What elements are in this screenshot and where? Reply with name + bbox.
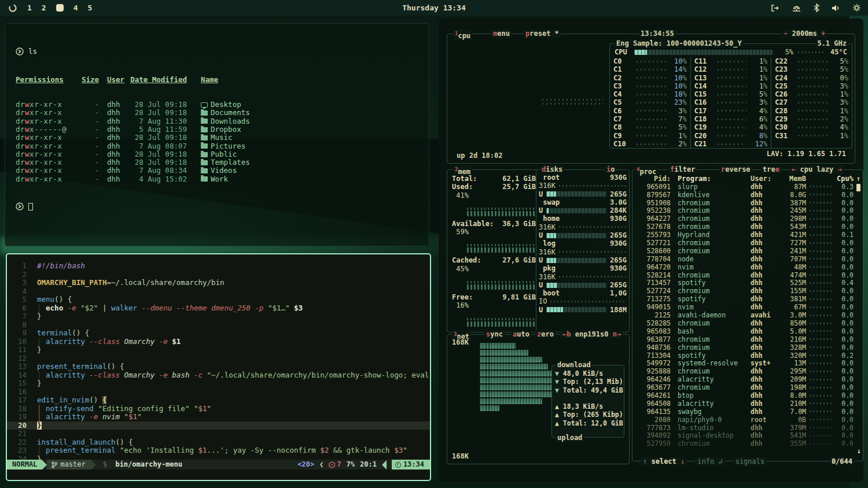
scroll-up-indicator[interactable]: ↑ xyxy=(854,175,860,183)
process-row[interactable]: 528285chromiumdhh850M0.0 xyxy=(632,319,863,327)
interval-control[interactable]: - 2000ms + xyxy=(782,29,827,38)
select-control[interactable]: ↑ select ↓ xyxy=(641,457,687,465)
ls-row[interactable]: drwxr-xr-x-dhh7 Aug 08:34Videos xyxy=(16,167,429,175)
ls-row[interactable]: drwxr-xr-x-dhh7 Aug 08:07Pictures xyxy=(16,142,429,150)
editor-line[interactable]: 17edit_in_nvim() { xyxy=(7,396,430,405)
process-row[interactable]: 713304spotifydhh320M0.2 xyxy=(632,352,863,360)
process-row[interactable]: 549972systemd-resolvesyst+13M0.0 xyxy=(632,360,863,368)
editor-line[interactable]: 19│ alacritty -e nvim "$1" xyxy=(7,413,430,422)
editor-line[interactable]: 9terminal() { xyxy=(7,329,430,338)
proc-scrollbar-thumb[interactable] xyxy=(856,184,860,191)
process-cpu-graph xyxy=(810,282,832,284)
process-row[interactable]: 948736chromiumdhh328M0.0 xyxy=(632,343,863,352)
git-branch-segment[interactable]: master xyxy=(47,460,91,469)
process-row[interactable]: 394092signal-desktopdhh541M0.0 xyxy=(632,432,863,440)
editor-window[interactable]: 1#!/bin/bash23OMARCHY_BIN_PATH=~/.local/… xyxy=(6,253,431,481)
info-control[interactable]: info ↲ xyxy=(695,457,724,465)
sort-column-selector[interactable]: ← cpu lazy → xyxy=(790,165,844,173)
process-row[interactable]: 963677chromiumdhh198M0.0 xyxy=(632,383,863,391)
process-row[interactable]: 925888chromiumdhh295M0.0 xyxy=(632,367,863,375)
process-row[interactable]: 2125avahi-daemonavahi3.0M0.0 xyxy=(632,311,863,319)
editor-line[interactable]: 6│ echo -e "$2" | walker --dmenu --theme… xyxy=(7,304,430,313)
process-row[interactable]: 527950chromiumdhh355M0.0 xyxy=(632,440,863,448)
bluetooth-icon[interactable] xyxy=(814,3,819,12)
process-row[interactable]: 778704nodedhh707M0.0 xyxy=(632,255,863,263)
terminal-window[interactable]: ls PermissionsSizeUserDate ModifiedName … xyxy=(5,23,429,246)
process-row[interactable]: 964720nvimdhh48M0.0 xyxy=(632,263,863,271)
process-row[interactable]: 713275spotifydhh381M0.0 xyxy=(632,295,863,303)
process-row[interactable]: 2080napi/phy0-0root0B0.0 xyxy=(632,416,863,424)
network-icon[interactable] xyxy=(792,4,801,12)
process-row[interactable]: 879567kdenlivedhh8.0G0.0 xyxy=(632,191,863,199)
core-percent: 3% xyxy=(670,107,687,115)
btop-window[interactable]: 1cpu menu preset * 13:34:55 - 2000ms + u… xyxy=(439,19,863,482)
proc-tab[interactable]: 4proc xyxy=(635,165,658,176)
editor-line[interactable]: 1#!/bin/bash xyxy=(7,262,430,271)
ls-row[interactable]: drwxr-xr-x-dhh28 Jul 09:18Templates xyxy=(16,158,429,167)
process-row[interactable]: 965091slurpdhh87M0.3 xyxy=(632,183,863,191)
process-row[interactable]: 527678chromiumdhh543M0.0 xyxy=(632,223,863,231)
tree-tab[interactable]: tree xyxy=(761,165,781,173)
process-row[interactable]: 527721chromiumdhh727M0.0 xyxy=(632,239,863,247)
editor-line[interactable]: 15} xyxy=(7,379,430,388)
process-row[interactable]: 951908chromiumdhh387M0.0 xyxy=(632,199,863,207)
disks-tab[interactable]: disks xyxy=(540,165,564,173)
editor-line[interactable]: 23│ present_terminal "echo 'Installing $… xyxy=(7,446,430,455)
process-row[interactable]: 528214chromiumdhh474M0.0 xyxy=(632,271,863,279)
editor-line[interactable]: 4 xyxy=(7,287,430,296)
process-row[interactable]: 963877chromiumdhh216M0.0 xyxy=(632,335,863,343)
editor-line[interactable]: 18│ notify-send "Editing config file" "$… xyxy=(7,405,430,413)
editor-line[interactable]: 8 xyxy=(7,321,430,330)
process-row[interactable]: 952238chromiumdhh245M0.0 xyxy=(632,207,863,215)
process-pid: 951908 xyxy=(635,199,671,207)
menu-tab[interactable]: menu xyxy=(491,29,512,38)
editor-line[interactable]: 10│ alacritty --class Omarchy -e $1 xyxy=(7,338,430,346)
process-row[interactable]: 777873lm-studiodhh379M0.0 xyxy=(632,424,863,432)
zero-tab[interactable]: zero xyxy=(535,330,556,338)
process-row[interactable]: 964246alacrittydhh209M0.0 xyxy=(632,375,863,383)
interface-switcher[interactable]: ←b enp191s0 n→ xyxy=(561,330,623,338)
process-row[interactable]: 964227chromiumdhh298M0.0 xyxy=(632,215,863,223)
editor-line[interactable]: 11} xyxy=(7,346,430,354)
editor-line[interactable]: 7} xyxy=(7,312,430,321)
process-row[interactable]: 964135swaybgdhh7.0M0.0 xyxy=(632,408,863,416)
ls-row[interactable]: drwxr-xr-x-dhh7 Aug 11:30Downloads xyxy=(16,117,429,125)
ls-row[interactable]: drwxr-xr-x-dhh4 Aug 15:02Work xyxy=(16,175,429,183)
editor-line[interactable]: 20} xyxy=(7,422,430,430)
process-row[interactable]: 527724chromiumdhh155M0.0 xyxy=(632,287,863,295)
editor-line[interactable]: 13present_terminal() { xyxy=(7,363,430,371)
ls-row[interactable]: drwxr-xr-x-dhh28 Jul 09:18Documents xyxy=(16,109,429,117)
process-row[interactable]: 528600chromiumdhh241M0.0 xyxy=(632,247,863,255)
editor-line[interactable]: 2 xyxy=(7,271,430,279)
sync-tab[interactable]: sync xyxy=(484,330,505,338)
process-row[interactable]: 965083bashdhh5.0M0.0 xyxy=(632,327,863,335)
process-row[interactable]: 964261btopdhh8.0M0.0 xyxy=(632,391,863,400)
process-row[interactable]: 255793Hyprlanddhh421M0.1 xyxy=(632,231,863,239)
editor-line[interactable]: 14│ alacritty --class Omarchy -e bash -c… xyxy=(7,371,430,380)
editor-line[interactable]: 21 xyxy=(7,430,430,438)
volume-icon[interactable] xyxy=(832,4,840,12)
process-row[interactable]: 949015nvimdhh67M0.0 xyxy=(632,303,863,311)
ls-row[interactable]: drwxr-xr-x-dhh28 Jul 09:18Desktop xyxy=(16,101,429,109)
io-tab[interactable]: io xyxy=(605,165,616,173)
ls-row[interactable]: drwxr-xr-x-dhh28 Jul 09:18Public xyxy=(16,150,429,158)
process-row[interactable]: 964508alacrittydhh210M0.0 xyxy=(632,400,863,408)
ls-row[interactable]: drwxr-xr-x-dhh28 Jul 09:18Music xyxy=(16,134,429,142)
cpu-tab[interactable]: 1cpu xyxy=(453,29,472,40)
filter-tab[interactable]: filter xyxy=(668,165,697,173)
logout-icon[interactable] xyxy=(770,4,779,12)
prompt-line-empty[interactable] xyxy=(16,202,429,211)
editor-line[interactable]: 5menu() { xyxy=(7,295,430,304)
ls-row[interactable]: drwx------@-dhh5 Aug 11:59Dropbox xyxy=(16,125,429,134)
preset-tab[interactable]: preset * xyxy=(524,29,561,38)
editor-line[interactable]: 22install_and_launch() { xyxy=(7,438,430,447)
settings-icon[interactable] xyxy=(852,3,861,12)
scroll-down-indicator[interactable]: ↓ xyxy=(857,447,861,455)
signals-control[interactable]: signals xyxy=(733,457,767,465)
editor-line[interactable]: 3OMARCHY_BIN_PATH=~/.local/share/omarchy… xyxy=(7,279,430,287)
editor-line[interactable]: 12 xyxy=(7,354,430,363)
editor-line[interactable]: 16 xyxy=(7,388,430,397)
auto-tab[interactable]: auto xyxy=(511,330,531,338)
reverse-tab[interactable]: reverse xyxy=(719,165,752,173)
process-row[interactable]: 713457spotifydhh525M0.4 xyxy=(632,279,863,287)
